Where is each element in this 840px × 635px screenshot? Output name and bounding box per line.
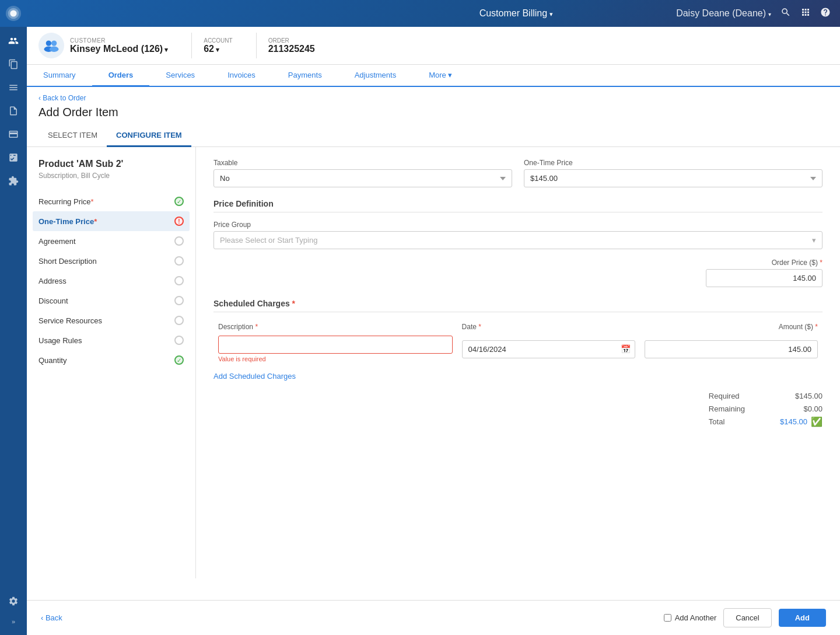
summary-labels: Required Remaining Total [709,390,745,428]
scheduled-charges-label: Scheduled Charges [214,299,290,308]
sidebar-icon-users[interactable] [0,29,27,53]
total-value-row: $145.00 ✅ [780,416,822,428]
nav-title[interactable]: Customer Billing [356,8,677,19]
remaining-label: Remaining [709,403,745,416]
divider-2 [256,33,257,58]
sidebar: » [0,0,27,635]
tab-orders[interactable]: Orders [92,65,150,87]
add-button[interactable]: Add [779,609,826,627]
amount-input[interactable] [645,340,818,358]
one-time-price-select[interactable]: $145.00 [524,169,822,187]
sidebar-icon-document[interactable] [0,99,27,123]
content-area: Back to Order Add Order Item SELECT ITEM… [27,87,840,600]
sidebar-expand[interactable]: » [0,613,27,630]
taxable-price-row: Taxable No Yes One-Time Price $145.00 [214,159,822,187]
sidebar-icon-card[interactable] [0,123,27,146]
nav-item-one-time-price-label: One-Time Price* [38,217,97,226]
customer-label: CUSTOMER [70,37,168,44]
date-col-header: Date * [457,320,640,333]
account-info: ACCOUNT 62 [204,37,232,54]
sub-tab-configure-item[interactable]: CONFIGURE ITEM [107,126,191,147]
date-input-wrap: 📅 [462,340,635,358]
desc-input[interactable] [218,336,453,354]
cancel-button[interactable]: Cancel [723,608,771,627]
amount-input-wrap [645,340,818,358]
order-price-input-wrap [214,269,822,287]
amount-cell [640,333,822,365]
nav-item-service-resources-label: Service Resources [38,316,102,325]
order-price-label: Order Price ($) [772,259,818,267]
customer-info: CUSTOMER Kinsey McLeod (126) [70,37,168,54]
sidebar-icon-gear[interactable] [0,589,27,613]
sub-tab-select-item[interactable]: SELECT ITEM [38,126,107,147]
logo[interactable] [0,0,27,27]
error-message: Value is required [218,355,453,362]
sidebar-icon-calculator[interactable] [0,146,27,169]
form-content: Taxable No Yes One-Time Price $145.00 [196,147,840,578]
tab-invoices[interactable]: Invoices [211,65,272,87]
total-check-icon: ✅ [811,416,822,428]
taxable-group: Taxable No Yes [214,159,512,187]
divider-1 [191,33,192,58]
search-icon[interactable] [780,7,791,20]
desc-cell: Value is required [214,333,457,365]
date-input[interactable] [462,340,635,358]
svg-point-3 [46,40,51,46]
scheduled-charges-required: * [292,299,295,308]
help-icon[interactable] [820,7,831,20]
desc-col-header: Description * [214,320,457,333]
add-charges-link[interactable]: Add Scheduled Charges [214,372,296,381]
account-number[interactable]: 62 [204,44,232,54]
nav-item-discount-label: Discount [38,296,68,305]
add-another-input[interactable] [664,614,671,622]
taxable-select[interactable]: No Yes [214,169,512,187]
nav-title-text[interactable]: Customer Billing [480,8,553,18]
nav-item-discount[interactable]: Discount [33,291,190,310]
add-another-checkbox[interactable]: Add Another [664,613,717,622]
discount-status [174,296,184,305]
nav-item-quantity-label: Quantity [38,356,66,365]
back-button[interactable]: Back [41,613,62,622]
nav-item-agreement[interactable]: Agreement [33,231,190,251]
nav-item-usage-rules-label: Usage Rules [38,336,82,345]
nav-item-address[interactable]: Address [33,271,190,291]
nav-item-service-resources[interactable]: Service Resources [33,310,190,330]
sidebar-icon-puzzle[interactable] [0,169,27,193]
price-group-select-wrap: Please Select or Start Typing ▾ [214,231,822,249]
sidebar-icon-copy[interactable] [0,53,27,76]
breadcrumb[interactable]: Back to Order [27,87,840,106]
sidebar-bottom: » [0,589,27,635]
two-column-layout: Product 'AM Sub 2' Subscription, Bill Cy… [27,147,840,578]
usage-rules-status [174,336,184,345]
tab-payments[interactable]: Payments [272,65,338,87]
price-group-label: Price Group [214,221,822,229]
user-menu[interactable]: Daisy Deane (Deane) [676,8,771,19]
one-time-price-status: ! [174,217,184,226]
nav-item-recurring-price[interactable]: Recurring Price* ✓ [33,191,190,211]
tab-services[interactable]: Services [149,65,211,87]
taxable-label: Taxable [214,159,512,167]
sidebar-icon-list[interactable] [0,76,27,99]
account-label: ACCOUNT [204,37,232,44]
price-group-dropdown[interactable]: Please Select or Start Typing ▾ [214,231,822,249]
nav-right: Daisy Deane (Deane) [676,7,831,20]
order-price-field: Order Price ($) * [214,259,822,287]
bottom-bar: Back Add Another Cancel Add [27,600,840,635]
customer-name[interactable]: Kinsey McLeod (126) [70,44,168,54]
tab-adjustments[interactable]: Adjustments [338,65,413,87]
quantity-status: ✓ [174,355,184,365]
nav-item-address-label: Address [38,277,66,285]
tab-summary[interactable]: Summary [27,65,92,87]
bottom-right: Add Another Cancel Add [664,608,826,627]
nav-item-short-description[interactable]: Short Description [33,251,190,271]
svg-point-2 [10,10,16,16]
nav-item-quantity[interactable]: Quantity ✓ [33,350,190,370]
price-group-placeholder: Please Select or Start Typing [220,236,317,245]
nav-item-usage-rules[interactable]: Usage Rules [33,330,190,350]
grid-icon[interactable] [800,7,811,20]
order-price-input[interactable] [706,269,822,287]
tab-more[interactable]: More ▾ [412,65,468,87]
total-label: Total [709,416,745,428]
customer-avatar [38,33,64,58]
nav-item-one-time-price[interactable]: One-Time Price* ! [33,211,190,231]
